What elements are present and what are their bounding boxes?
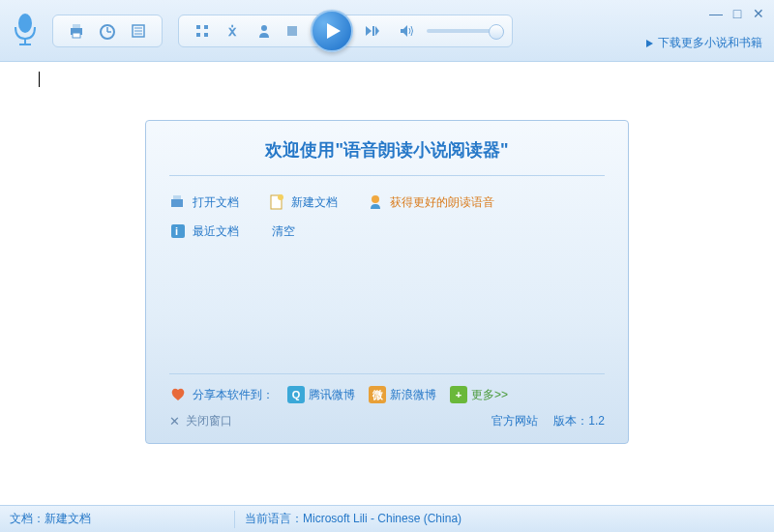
welcome-title: 欢迎使用"语音朗读小说阅读器": [169, 138, 605, 176]
share-row: 分享本软件到： Q 腾讯微博 微 新浪微博 + 更多>>: [169, 373, 605, 403]
svg-marker-23: [375, 26, 379, 36]
print-button[interactable]: [65, 19, 88, 43]
close-welcome-label: 关闭窗口: [186, 413, 232, 429]
recent-doc-link[interactable]: i 最近文档: [169, 222, 239, 240]
sina-weibo-icon: 微: [369, 386, 386, 403]
better-voice-label: 获得更好的朗读语音: [390, 194, 494, 211]
list-button[interactable]: [127, 19, 150, 43]
close-welcome-link[interactable]: ✕ 关闭窗口: [169, 413, 232, 429]
welcome-panel: 欢迎使用"语音朗读小说阅读器" 打开文档 新建文档 获得更好的朗读语音: [145, 120, 629, 444]
volume-control: [394, 18, 504, 44]
svg-rect-16: [204, 33, 208, 37]
open-doc-icon: [169, 193, 187, 211]
svg-marker-21: [366, 26, 372, 36]
recent-doc-label: 最近文档: [193, 223, 239, 240]
share-more-label: 更多>>: [471, 387, 508, 403]
svg-rect-27: [173, 195, 181, 199]
volume-icon[interactable]: [394, 18, 419, 44]
svg-point-0: [18, 14, 32, 33]
svg-rect-15: [196, 33, 200, 37]
quick-actions-row: 打开文档 新建文档 获得更好的朗读语音: [169, 193, 605, 211]
share-more-link[interactable]: + 更多>>: [450, 386, 508, 403]
voice-button[interactable]: [253, 19, 276, 43]
recent-row: i 最近文档 清空: [169, 222, 605, 240]
volume-slider[interactable]: [427, 29, 504, 33]
svg-point-18: [261, 25, 267, 31]
open-doc-label: 打开文档: [193, 194, 239, 211]
svg-point-30: [372, 195, 379, 203]
status-separator: [234, 511, 235, 528]
svg-marker-20: [327, 23, 341, 39]
close-button[interactable]: ✕: [751, 6, 766, 21]
tencent-weibo-link[interactable]: Q 腾讯微博: [287, 386, 355, 403]
text-cursor: [39, 72, 40, 87]
close-row: ✕ 关闭窗口 官方网站 版本：1.2: [169, 413, 605, 429]
svg-rect-14: [204, 25, 208, 29]
svg-rect-13: [196, 25, 200, 29]
download-more-link[interactable]: 下载更多小说和书籍: [644, 35, 762, 51]
playback-toolbar-group: ẋ: [178, 15, 513, 47]
status-doc: 文档：新建文档: [10, 511, 91, 527]
new-doc-link[interactable]: 新建文档: [268, 193, 338, 211]
toolbar: ẋ — □ ✕ 下载更多小说和书籍: [0, 0, 774, 62]
sina-weibo-link[interactable]: 微 新浪微博: [369, 386, 436, 403]
shuffle-button[interactable]: [191, 19, 214, 43]
svg-rect-4: [73, 24, 80, 28]
svg-rect-26: [171, 199, 183, 207]
new-doc-label: 新建文档: [291, 194, 338, 211]
play-button[interactable]: [311, 10, 353, 52]
version-text: 版本：1.2: [553, 413, 605, 429]
next-button[interactable]: [359, 18, 384, 44]
share-label: 分享本软件到：: [169, 387, 274, 403]
statusbar: 文档：新建文档 当前语言：Microsoft Lili - Chinese (C…: [0, 505, 774, 532]
share-label-text: 分享本软件到：: [193, 387, 274, 403]
close-icon: ✕: [169, 414, 180, 429]
better-voice-link[interactable]: 获得更好的朗读语音: [367, 193, 494, 211]
new-doc-icon: [268, 193, 285, 211]
svg-point-29: [278, 194, 283, 200]
sina-weibo-label: 新浪微博: [390, 387, 436, 403]
svg-marker-24: [401, 25, 407, 37]
content-area: 欢迎使用"语音朗读小说阅读器" 打开文档 新建文档 获得更好的朗读语音: [0, 62, 774, 505]
tencent-weibo-label: 腾讯微博: [309, 387, 355, 403]
tencent-weibo-icon: Q: [287, 386, 305, 403]
window-controls: — □ ✕: [708, 6, 766, 21]
svg-marker-25: [646, 40, 653, 47]
svg-text:i: i: [175, 225, 178, 237]
status-lang: 当前语言：Microsoft Lili - Chinese (China): [245, 511, 461, 527]
svg-rect-5: [73, 33, 80, 38]
svg-text:ẋ: ẋ: [227, 23, 237, 39]
version-info: 官方网站 版本：1.2: [491, 413, 605, 429]
timer-button[interactable]: [96, 19, 119, 43]
minimize-button[interactable]: —: [708, 6, 724, 21]
share-more-icon: +: [450, 386, 467, 403]
recent-doc-icon: i: [169, 222, 187, 240]
official-site-link[interactable]: 官方网站: [491, 413, 538, 429]
welcome-panel-bottom: 分享本软件到： Q 腾讯微博 微 新浪微博 + 更多>> ✕ 关闭窗: [169, 373, 605, 429]
better-voice-icon: [367, 193, 384, 211]
pitch-button[interactable]: ẋ: [222, 19, 245, 43]
clear-recent-link[interactable]: 清空: [272, 223, 295, 240]
app-logo-mic-icon: [8, 14, 43, 48]
open-doc-link[interactable]: 打开文档: [169, 193, 239, 211]
svg-rect-22: [372, 26, 374, 36]
file-toolbar-group: [52, 15, 163, 47]
download-more-label: 下载更多小说和书籍: [658, 35, 762, 51]
maximize-button[interactable]: □: [729, 6, 745, 21]
stop-button[interactable]: [280, 18, 305, 44]
svg-rect-19: [287, 26, 297, 36]
